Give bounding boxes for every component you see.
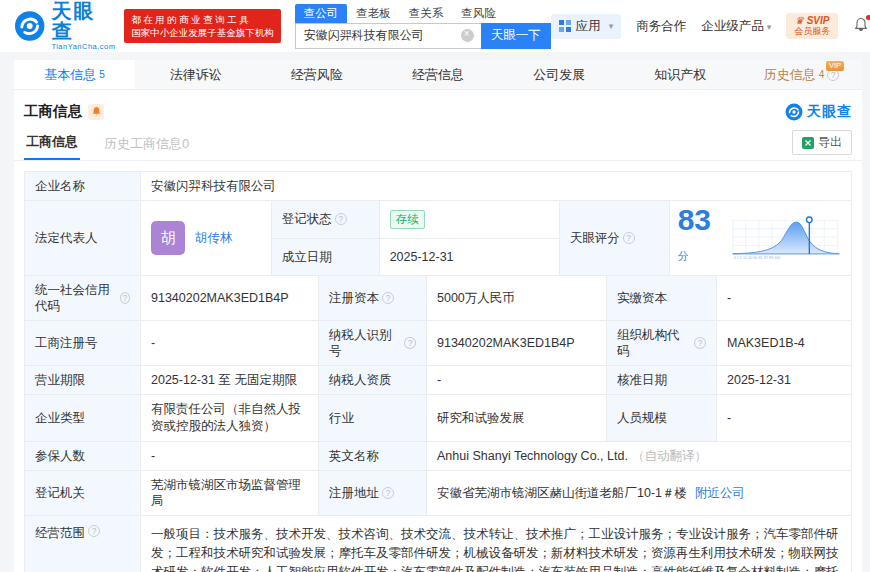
taxpayer-qual-label: 纳税人资质 xyxy=(319,366,427,394)
export-button[interactable]: 导出 xyxy=(792,130,852,155)
help-icon[interactable] xyxy=(694,337,706,349)
legal-rep-label: 法定代表人 xyxy=(25,201,141,275)
industry-label: 行业 xyxy=(319,395,427,441)
tab-intellectual-property[interactable]: 知识产权 xyxy=(620,60,741,89)
score-axis-labels: 0 1 5 10 30 60 81 97 99 100 xyxy=(734,256,781,260)
business-term-value: 2025-12-31 至 无固定期限 xyxy=(141,366,319,394)
nearby-companies-link[interactable]: 附近公司 xyxy=(695,485,745,501)
vip-badge: VIP xyxy=(826,61,844,71)
clear-icon[interactable] xyxy=(461,29,474,42)
section-title: 工商信息 xyxy=(24,102,82,121)
brand-domain: TianYanCha.com xyxy=(51,43,116,51)
insured-count-label: 参保人数 xyxy=(25,442,141,470)
table-row: 工商注册号 - 纳税人识别号 91340202MAK3ED1B4P 组织机构代码… xyxy=(25,321,851,366)
subtab-history-business-info[interactable]: 历史工商信息0 xyxy=(102,131,191,160)
english-name-value: Anhui Shanyi Technology Co., Ltd. （自动翻译） xyxy=(427,442,851,470)
reg-capital-value: 5000万人民币 xyxy=(427,276,607,320)
approval-date-value: 2025-12-31 xyxy=(717,366,851,394)
business-info-table: 企业名称 安徽闪羿科技有限公司 法定代表人 胡 胡传林 登记状态 存续 成立日期… xyxy=(24,171,852,572)
search-tab-company[interactable]: 查公司 xyxy=(295,4,348,23)
apps-grid-icon xyxy=(559,20,571,32)
score-cell[interactable]: 83分 0 1 5 10 30 60 81 97 99 100 xyxy=(670,201,851,275)
tab-operation-info-label: 经营信息 xyxy=(412,66,464,84)
menu-enterprise-products[interactable]: 企业级产品 xyxy=(701,18,771,35)
tab-operation-risk-label: 经营风险 xyxy=(291,66,343,84)
auto-translate-note: （自动翻译） xyxy=(632,448,707,464)
search-tab-relation[interactable]: 查关系 xyxy=(400,4,453,23)
status-badge: 存续 xyxy=(390,210,425,229)
menu-business-cooperation[interactable]: 商务合作 xyxy=(636,18,686,35)
apps-label: 应用 xyxy=(576,18,601,35)
search-tab-boss[interactable]: 查老板 xyxy=(347,4,400,23)
help-icon[interactable] xyxy=(404,337,416,349)
search-tab-risk[interactable]: 查风险 xyxy=(452,4,505,23)
company-nav-tabs: 基本信息 5 法律诉讼 经营风险 经营信息 公司发展 知识产权 VIP 历史信息… xyxy=(14,60,862,90)
reg-capital-label: 注册资本 xyxy=(319,276,427,320)
export-label: 导出 xyxy=(818,134,842,151)
org-code-value: MAK3ED1B-4 xyxy=(717,321,851,365)
notification-bell-icon[interactable] xyxy=(853,17,869,36)
tianyancha-watermark: 天眼查 xyxy=(785,103,852,121)
reg-status-text: 登记状态 xyxy=(282,211,332,227)
establish-date-value: 2025-12-31 xyxy=(380,239,559,276)
table-row: 登记机关 芜湖市镜湖区市场监督管理局 注册地址 安徽省芜湖市镜湖区赭山街道老船厂… xyxy=(25,471,851,516)
legal-rep-name-link[interactable]: 胡传林 xyxy=(195,230,233,246)
company-type-value: 有限责任公司（非自然人投资或控股的法人独资） xyxy=(141,395,319,441)
search-input[interactable] xyxy=(295,23,481,49)
english-name-text: Anhui Shanyi Technology Co., Ltd. xyxy=(437,448,628,464)
tab-basic-info[interactable]: 基本信息 5 xyxy=(14,60,135,89)
svip-member-badge[interactable]: ♛ SVIP 会员服务 xyxy=(786,13,838,39)
notification-dot xyxy=(866,15,870,20)
tab-intellectual-property-label: 知识产权 xyxy=(654,66,706,84)
svip-label: SVIP xyxy=(807,15,830,26)
brand-slogan: 都在用的商业查询工具 国家中小企业发展子基金旗下机构 xyxy=(124,9,281,43)
business-scope-label: 经营范围 xyxy=(25,516,141,572)
score-label-text: 天眼评分 xyxy=(570,230,620,246)
tab-legal-litigation[interactable]: 法律诉讼 xyxy=(135,60,256,89)
company-name-label: 企业名称 xyxy=(25,172,141,200)
insured-count-value: - xyxy=(141,442,319,470)
table-row: 企业类型 有限责任公司（非自然人投资或控股的法人独资） 行业 研究和试验发展 人… xyxy=(25,395,851,442)
help-icon[interactable] xyxy=(335,213,347,225)
slogan-line2: 国家中小企业发展子基金旗下机构 xyxy=(131,26,274,39)
help-icon[interactable] xyxy=(120,292,130,304)
top-header: 天眼查 TianYanCha.com 都在用的商业查询工具 国家中小企业发展子基… xyxy=(0,0,870,52)
tab-history-info-count: 4 xyxy=(819,69,825,80)
tab-company-development-label: 公司发展 xyxy=(533,66,585,84)
table-row: 统一社会信用代码 91340202MAK3ED1B4P 注册资本 5000万人民… xyxy=(25,276,851,321)
tianyancha-logo[interactable]: 天眼查 TianYanCha.com xyxy=(14,1,116,51)
legal-rep-avatar[interactable]: 胡 xyxy=(151,221,185,255)
taxpayer-qual-value: - xyxy=(427,366,607,394)
tab-company-development[interactable]: 公司发展 xyxy=(499,60,620,89)
tab-history-info-label: 历史信息 xyxy=(764,66,816,84)
paid-capital-label: 实缴资本 xyxy=(607,276,717,320)
reg-number-label: 工商注册号 xyxy=(25,321,141,365)
score-label: 天眼评分 xyxy=(560,201,670,275)
score-distribution-chart: 0 1 5 10 30 60 81 97 99 100 xyxy=(729,213,843,263)
reg-address-text: 安徽省芜湖市镜湖区赭山街道老船厂10-1＃楼 xyxy=(437,485,687,501)
subscribe-bell-icon[interactable] xyxy=(88,104,104,120)
subtab-business-info[interactable]: 工商信息 xyxy=(24,129,80,160)
approval-date-label: 核准日期 xyxy=(607,366,717,394)
search-button[interactable]: 天眼一下 xyxy=(481,23,551,49)
enterprise-label: 企业级产品 xyxy=(701,19,764,33)
table-row: 参保人数 - 英文名称 Anhui Shanyi Technology Co.,… xyxy=(25,442,851,471)
reg-authority-value: 芜湖市镜湖区市场监督管理局 xyxy=(141,471,319,515)
help-icon[interactable] xyxy=(623,232,635,244)
taxpayer-id-label: 纳税人识别号 xyxy=(319,321,427,365)
staff-size-value: - xyxy=(717,395,851,441)
tab-operation-risk[interactable]: 经营风险 xyxy=(256,60,377,89)
tab-history-info[interactable]: VIP 历史信息 4 xyxy=(741,60,862,89)
tab-operation-info[interactable]: 经营信息 xyxy=(377,60,498,89)
table-row: 营业期限 2025-12-31 至 无固定期限 纳税人资质 - 核准日期 202… xyxy=(25,366,851,395)
business-scope-value: 一般项目：技术服务、技术开发、技术咨询、技术交流、技术转让、技术推广；工业设计服… xyxy=(141,516,851,572)
apps-menu[interactable]: 应用 xyxy=(551,14,622,39)
uscc-label: 统一社会信用代码 xyxy=(25,276,141,320)
legal-rep-cell: 胡 胡传林 xyxy=(141,201,272,275)
tab-basic-info-label: 基本信息 xyxy=(44,66,96,84)
establish-date-label: 成立日期 xyxy=(272,239,380,276)
help-icon[interactable] xyxy=(382,292,394,304)
brand-name: 天眼查 xyxy=(51,1,116,41)
help-icon[interactable] xyxy=(88,525,100,537)
help-icon[interactable] xyxy=(382,487,394,499)
